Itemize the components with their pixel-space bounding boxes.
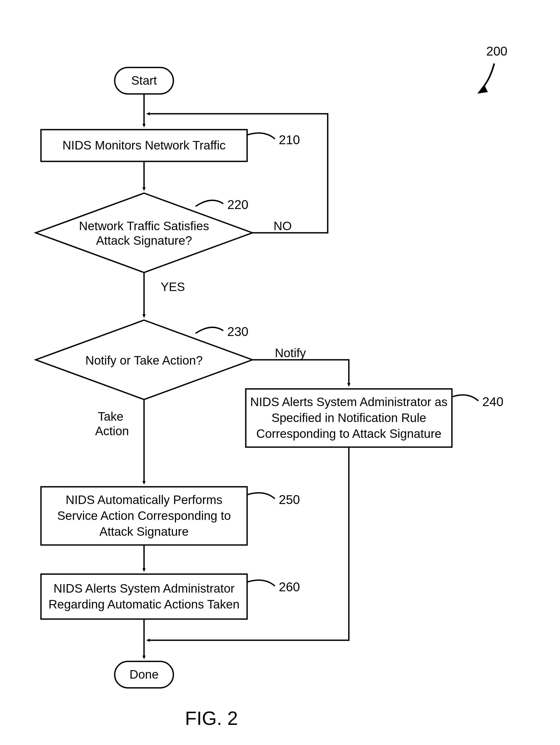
ref-210: 210 [279,133,300,147]
branch-no-label: NO [274,219,292,233]
branch-take-action-l2: Action [95,424,129,438]
decision-230-text: Notify or Take Action? [85,353,203,367]
process-240-line2: Specified in Notification Rule [271,411,426,425]
process-210-text: NIDS Monitors Network Traffic [62,138,226,152]
ref-250-leader [247,493,275,499]
process-250-line1: NIDS Automatically Performs [66,493,222,507]
figure-caption: FIG. 2 [185,708,238,729]
branch-notify-label: Notify [275,346,306,360]
figure-ref-200-pointer [481,64,494,90]
edge-230-notify-to-240 [252,360,349,384]
ref-240-leader [452,395,478,401]
ref-230: 230 [227,325,248,338]
figure-ref-200: 200 [486,44,508,58]
process-260 [41,574,247,619]
branch-take-action-l1: Take [98,410,124,423]
ref-260: 260 [279,580,300,594]
ref-220-leader [196,200,223,206]
ref-260-leader [247,580,275,586]
ref-250: 250 [279,493,300,507]
decision-220-line1: Network Traffic Satisfies [79,219,209,233]
terminal-start-label: Start [131,73,157,87]
flowchart-figure: 200 Start NIDS Monitors Network Traffic … [0,0,560,745]
process-240-line1: NIDS Alerts System Administrator as [250,395,447,409]
decision-220 [36,193,252,272]
terminal-done-label: Done [130,668,159,681]
figure-ref-200-pointer-head [477,85,488,94]
ref-220: 220 [227,198,248,212]
branch-yes-label: YES [161,280,185,294]
process-260-line2: Regarding Automatic Actions Taken [48,597,240,611]
decision-220-line2: Attack Signature? [96,234,192,247]
process-240-line3: Corresponding to Attack Signature [256,427,442,441]
ref-210-leader [247,133,275,139]
ref-240: 240 [482,395,503,409]
process-250-line2: Service Action Corresponding to [57,509,231,522]
ref-230-leader [196,327,223,333]
process-250-line3: Attack Signature [99,525,189,539]
process-260-line1: NIDS Alerts System Administrator [54,582,235,595]
